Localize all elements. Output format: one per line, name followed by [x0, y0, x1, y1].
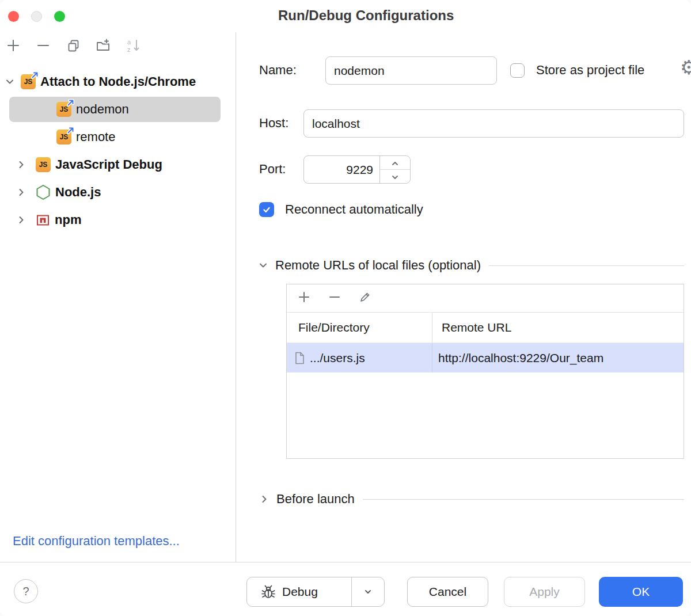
svg-text:a: a — [127, 39, 131, 45]
port-decrement-button[interactable] — [380, 170, 410, 183]
chevron-right-icon — [259, 494, 269, 504]
chevron-right-icon[interactable] — [16, 187, 26, 197]
before-launch-section-label: Before launch — [276, 492, 355, 507]
host-label: Host: — [259, 116, 288, 131]
file-directory-cell: .../users.js — [310, 351, 365, 365]
svg-text:z: z — [127, 46, 131, 53]
checkmark-icon — [262, 205, 271, 214]
tree-item-label: Attach to Node.js/Chrome — [40, 74, 196, 89]
sort-az-icon: az — [126, 38, 141, 55]
tree-item-npm[interactable]: npm — [0, 206, 236, 234]
table-toolbar — [287, 284, 684, 313]
tree-item-nodemon[interactable]: JS nodemon — [0, 96, 236, 123]
javascript-icon: JS — [36, 157, 51, 172]
attach-arrow-icon — [66, 98, 75, 109]
minimize-window-button[interactable] — [31, 11, 42, 22]
tree-item-label: JavaScript Debug — [55, 157, 162, 172]
tree-item-label: remote — [76, 130, 115, 145]
question-mark-icon: ? — [22, 585, 29, 598]
copy-icon — [66, 39, 81, 55]
section-divider — [363, 499, 684, 500]
ok-button[interactable]: OK — [599, 577, 683, 607]
chevron-down-icon — [392, 172, 398, 182]
cancel-button[interactable]: Cancel — [407, 577, 488, 607]
table-header-row: File/Directory Remote URL — [287, 313, 684, 343]
chevron-down-icon — [363, 587, 373, 596]
sidebar-toolbar: az — [0, 32, 236, 61]
table-row[interactable]: .../users.js http://localhost:9229/Our_t… — [287, 343, 684, 372]
tree-item-remote[interactable]: JS remote — [0, 123, 236, 151]
dialog-title: Run/Debug Configurations — [278, 7, 454, 24]
attach-arrow-icon — [66, 126, 75, 137]
host-input[interactable] — [303, 109, 684, 138]
remote-url-cell: http://localhost:9229/Our_team — [432, 351, 603, 365]
reconnect-automatically-checkbox[interactable] — [259, 202, 274, 217]
settings-gear-icon[interactable]: ⚙ — [680, 58, 691, 77]
tree-item-label: Node.js — [55, 185, 101, 200]
js-attach-icon: JS — [56, 130, 71, 145]
debug-button[interactable]: Debug — [247, 577, 351, 606]
configuration-editor: Name: Store as project file ⚙ Host: Port… — [237, 32, 691, 562]
remove-configuration-button[interactable] — [36, 39, 51, 54]
window-controls — [8, 11, 65, 22]
name-input[interactable] — [325, 56, 497, 85]
table-remove-button[interactable] — [327, 291, 342, 306]
run-debug-configurations-dialog: Run/Debug Configurations — [0, 0, 691, 616]
new-folder-icon — [96, 38, 111, 55]
plus-icon — [6, 38, 21, 55]
file-icon — [294, 352, 305, 364]
zoom-window-button[interactable] — [54, 11, 65, 22]
dialog-footer: ? Debug C — [0, 562, 691, 616]
remote-urls-table: File/Directory Remote URL .../users.js h… — [286, 284, 684, 459]
section-divider — [489, 265, 684, 266]
column-header-remote-url: Remote URL — [432, 321, 511, 334]
edit-templates-link[interactable]: Edit configuration templates... — [13, 534, 180, 549]
store-as-project-file-checkbox[interactable] — [510, 63, 525, 78]
table-edit-button[interactable] — [358, 291, 373, 306]
apply-button[interactable]: Apply — [504, 577, 585, 607]
tree-item-nodejs[interactable]: Node.js — [0, 178, 236, 206]
tree-item-attach-group[interactable]: JS Attach to Node.js/Chrome — [0, 68, 236, 96]
add-configuration-button[interactable] — [6, 39, 21, 54]
port-label: Port: — [259, 162, 286, 177]
debug-button-label: Debug — [282, 585, 318, 599]
name-label: Name: — [259, 63, 297, 78]
minus-icon — [36, 38, 51, 55]
reconnect-automatically-label: Reconnect automatically — [285, 202, 423, 217]
debug-options-dropdown[interactable] — [352, 577, 384, 606]
chevron-up-icon — [392, 158, 398, 168]
port-spinner — [303, 155, 411, 184]
port-increment-button[interactable] — [380, 156, 410, 170]
close-window-button[interactable] — [8, 11, 19, 22]
help-button[interactable]: ? — [14, 579, 38, 603]
column-header-file-directory: File/Directory — [287, 313, 432, 343]
port-stepper — [379, 156, 410, 183]
remote-urls-section-label: Remote URLs of local files (optional) — [275, 258, 481, 273]
minus-icon — [328, 290, 341, 306]
chevron-down-icon — [258, 260, 268, 271]
new-folder-button[interactable] — [96, 39, 111, 54]
store-as-project-file-label: Store as project file — [536, 63, 644, 78]
js-attach-icon: JS — [21, 74, 36, 89]
nodejs-hexagon-icon — [36, 184, 51, 200]
remote-urls-section-header[interactable]: Remote URLs of local files (optional) — [258, 256, 684, 275]
copy-configuration-button[interactable] — [66, 39, 81, 54]
chevron-down-icon[interactable] — [5, 77, 15, 87]
chevron-right-icon[interactable] — [16, 159, 26, 170]
plus-icon — [297, 290, 311, 306]
sort-configurations-button[interactable]: az — [126, 39, 141, 54]
npm-icon — [36, 213, 50, 227]
debug-split-button: Debug — [246, 577, 385, 607]
configurations-sidebar: az JS Attach to Node.js/Chrome — [0, 32, 236, 562]
js-attach-icon: JS — [56, 102, 71, 117]
table-add-button[interactable] — [297, 291, 312, 306]
tree-item-javascript-debug[interactable]: JS JavaScript Debug — [0, 151, 236, 178]
pencil-icon — [358, 290, 372, 306]
bug-icon — [261, 584, 276, 599]
before-launch-section-header[interactable]: Before launch — [259, 490, 684, 508]
chevron-right-icon[interactable] — [16, 215, 26, 225]
titlebar: Run/Debug Configurations — [0, 0, 691, 32]
tree-item-label: npm — [55, 212, 81, 227]
tree-item-label: nodemon — [76, 102, 129, 117]
attach-arrow-icon — [31, 71, 39, 82]
